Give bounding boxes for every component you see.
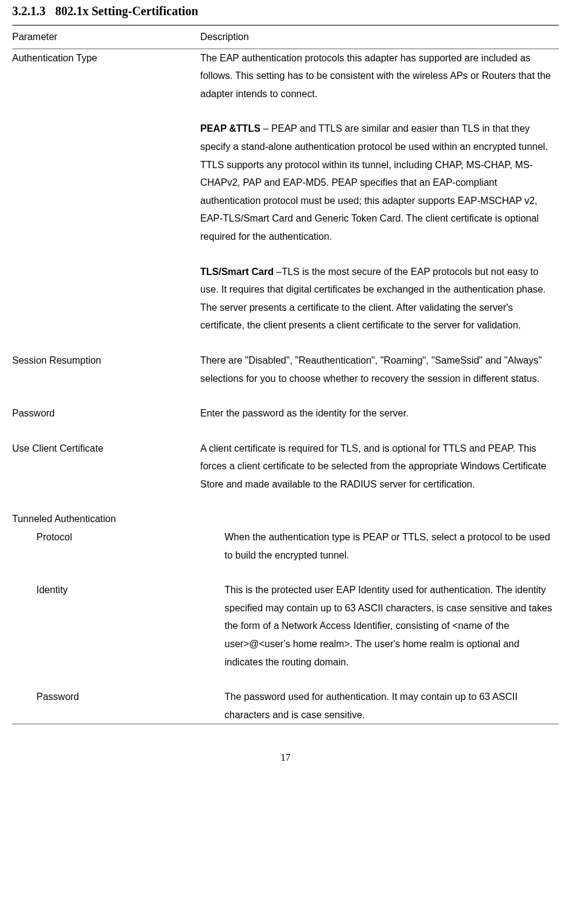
param-password: Password [12,404,200,423]
param-auth-type: Authentication Type [12,49,200,67]
param-identity: Identity [12,581,225,599]
header-description: Description [200,28,559,46]
peap-ttls-bold: PEAP &TTLS [200,123,260,134]
row-password: Password Enter the password as the ident… [12,404,559,423]
row-use-client-certificate: Use Client Certificate A client certific… [12,440,559,494]
row-authentication-type: Authentication Type The EAP authenticati… [12,49,559,335]
param-session-resumption: Session Resumption [12,352,200,370]
desc-password: Enter the password as the identity for t… [200,404,559,423]
row-password-tunneled: Password The password used for authentic… [12,688,559,724]
row-session-resumption: Session Resumption There are "Disabled",… [12,352,559,387]
page-number: 17 [12,749,559,767]
param-tunneled-auth: Tunneled Authentication [12,510,200,528]
desc-auth-type: The EAP authentication protocols this ad… [200,49,559,335]
peap-ttls-text: – PEAP and TTLS are similar and easier t… [200,123,548,242]
desc-protocol: When the authentication type is PEAP or … [225,528,559,564]
param-protocol: Protocol [12,528,225,546]
auth-type-intro: The EAP authentication protocols this ad… [200,53,551,99]
section-heading: 3.2.1.3802.1x Setting-Certification [12,0,559,22]
tls-smartcard-bold: TLS/Smart Card [200,267,274,277]
table-header-row: Parameter Description [12,25,559,49]
desc-password-tunneled: The password used for authentication. It… [225,688,559,724]
section-number: 3.2.1.3 [12,4,46,18]
desc-use-client-cert: A client certificate is required for TLS… [200,440,559,494]
section-title: 802.1x Setting-Certification [55,4,198,18]
row-tunneled-authentication: Tunneled Authentication [12,510,559,528]
row-protocol: Protocol When the authentication type is… [12,528,559,564]
param-use-client-cert: Use Client Certificate [12,440,200,458]
desc-identity: This is the protected user EAP Identity … [225,581,559,671]
bottom-rule [12,724,559,724]
param-password-tunneled: Password [12,688,225,706]
desc-session-resumption: There are "Disabled", "Reauthentication"… [200,352,559,387]
header-parameter: Parameter [12,28,200,46]
row-identity: Identity This is the protected user EAP … [12,581,559,671]
